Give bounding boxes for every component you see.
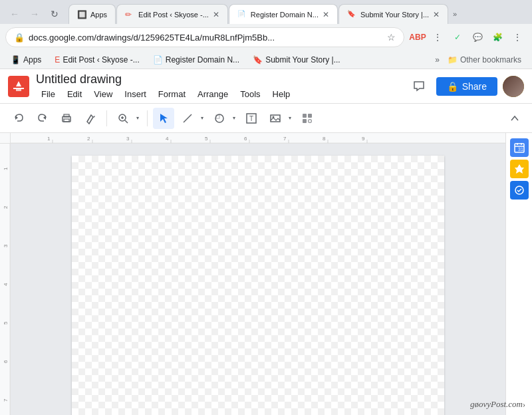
keep-sidebar-button[interactable] [510,160,529,178]
zoom-arrow[interactable]: ▾ [134,108,142,129]
svg-text:4: 4 [166,136,169,142]
back-button[interactable]: ← [5,5,24,23]
tab-edit-close[interactable]: ✕ [213,10,219,19]
svg-rect-21 [308,114,312,118]
image-tool-group: ▾ [265,108,294,129]
svg-text:1: 1 [47,136,51,142]
canvas-scroll-area[interactable] [11,144,505,415]
menu-file[interactable]: File [36,88,61,100]
tasks-sidebar-button[interactable] [510,181,529,200]
menu-button[interactable]: ⋮ [508,28,527,47]
ext-icon-2[interactable]: ✓ [448,28,467,47]
share-button[interactable]: 🔒 Share [436,77,497,96]
tab-register-favicon: 📄 [237,10,247,19]
forward-button[interactable]: → [25,5,44,23]
undo-button[interactable] [8,108,29,129]
comment-button[interactable] [407,74,431,98]
edit-post-icon: E [55,55,60,65]
menu-help[interactable]: Help [267,88,296,100]
app-header: Untitled drawing File Edit View Insert F… [0,69,532,104]
tab-register[interactable]: 📄 Register Domain N... ✕ [229,4,338,24]
bookmark-apps[interactable]: 📱 Apps [5,54,47,66]
image-button[interactable] [265,108,286,129]
tab-submit-label: Submit Your Story |... [360,11,429,19]
ruler-corner [0,133,11,144]
menu-view[interactable]: View [88,88,118,100]
bookmark-register[interactable]: 📄 Register Domain N... [148,54,245,66]
ext-icon-1[interactable]: ⋮ [428,28,447,47]
user-avatar[interactable] [503,76,524,97]
image-arrow[interactable]: ▾ [286,108,294,129]
svg-rect-0 [13,88,24,89]
text-button[interactable]: T [241,108,262,129]
tab-apps[interactable]: 🔲 Apps [68,4,116,24]
tab-submit[interactable]: 🔖 Submit Your Story |... ✕ [338,4,448,24]
ext-icon-3[interactable]: 💬 [468,28,487,47]
apps-bookmark-icon: 📱 [11,55,21,65]
calendar-sidebar-button[interactable]: 31 [510,138,529,157]
tab-submit-close[interactable]: ✕ [433,10,440,19]
plus-icon [301,112,313,124]
nav-buttons: ← → ↻ [5,5,64,23]
menu-arrange[interactable]: Arrange [192,88,233,100]
adblock-icon[interactable]: ABP [408,28,427,47]
vertical-ruler: 1 2 3 4 5 6 7 [0,144,11,415]
menu-insert[interactable]: Insert [119,88,152,100]
header-right: 🔒 Share [407,74,524,98]
doc-title[interactable]: Untitled drawing [36,72,407,86]
svg-rect-2 [16,89,21,91]
svg-text:7: 7 [3,398,9,402]
undo-icon [13,112,25,124]
select-button[interactable] [153,108,174,129]
menu-tools[interactable]: Tools [235,88,265,100]
svg-line-9 [125,120,128,123]
svg-marker-3 [15,116,18,120]
line-arrow[interactable]: ▾ [198,108,206,129]
url-text: docs.google.com/drawings/d/1259625TE4La/… [29,33,383,43]
tabs-more[interactable]: » [449,7,461,21]
redo-button[interactable] [32,108,53,129]
line-tool-group: ▾ [177,108,206,129]
tab-edit-post[interactable]: ✏ Edit Post ‹ Skyose -... ✕ [116,4,228,24]
tab-register-close[interactable]: ✕ [323,10,329,19]
text-tool-group: T [241,108,262,129]
bookmark-star[interactable]: ☆ [387,32,396,43]
bookmark-submit[interactable]: 🔖 Submit Your Story |... [247,54,346,66]
address-bar[interactable]: 🔒 docs.google.com/drawings/d/1259625TE4L… [5,27,404,47]
drawing-canvas[interactable] [72,156,444,415]
svg-text:9: 9 [362,136,365,142]
svg-text:3: 3 [126,136,130,142]
tab-apps-favicon: 🔲 [77,10,86,19]
line-button[interactable] [177,108,198,129]
bookmark-edit-post[interactable]: E Edit Post ‹ Skyose -... [49,54,144,66]
drawings-logo-icon [12,80,25,93]
svg-text:4: 4 [3,283,9,286]
paint-button[interactable] [80,108,101,129]
menu-format[interactable]: Format [153,88,191,100]
share-label: Share [462,81,487,92]
drawing-toolbar: ▾ ▾ ▾ T ▾ [0,104,532,133]
refresh-button[interactable]: ↻ [45,5,64,23]
zoom-icon [117,112,129,124]
svg-text:5: 5 [3,321,9,325]
tab-edit-favicon: ✏ [125,10,134,19]
main-content: 1 2 3 4 5 6 7 8 [0,133,532,415]
zoom-button[interactable] [112,108,134,129]
plus-button[interactable] [297,108,318,129]
keep-icon [513,163,525,175]
print-button[interactable] [56,108,77,129]
svg-text:3: 3 [3,244,9,247]
shape-icon [213,112,225,124]
ext-icon-4[interactable]: 🧩 [488,28,507,47]
shape-arrow[interactable]: ▾ [230,108,238,129]
toolbar-collapse-button[interactable] [505,109,524,128]
shape-button[interactable] [209,108,230,129]
app-container: Untitled drawing File Edit View Insert F… [0,69,532,415]
folder-icon: 📁 [448,55,458,65]
menu-edit[interactable]: Edit [62,88,87,100]
browser-chrome: ← → ↻ 🔲 Apps ✏ Edit Post ‹ Skyose -... ✕… [0,0,532,69]
register-icon: 📄 [153,55,163,65]
other-bookmarks[interactable]: 📁 Other bookmarks [442,54,527,66]
svg-text:8: 8 [323,136,326,142]
bookmarks-more[interactable]: » [435,55,440,65]
